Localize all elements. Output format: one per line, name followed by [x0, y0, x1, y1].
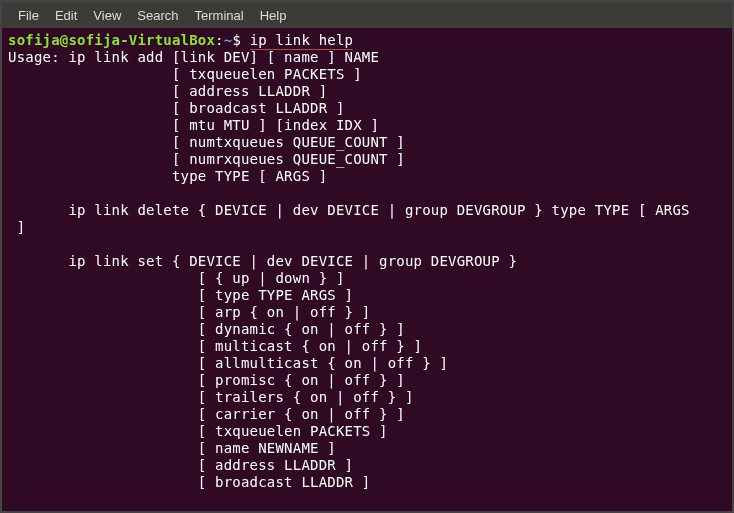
output-line: [ mtu MTU ] [index IDX ]	[8, 117, 379, 133]
output-line: [ numrxqueues QUEUE_COUNT ]	[8, 151, 405, 167]
output-line: [ trailers { on | off } ]	[8, 389, 414, 405]
prompt-dollar: $	[232, 32, 241, 48]
terminal-viewport[interactable]: sofija@sofija-VirtualBox:~$ ip link help…	[2, 28, 732, 511]
output-line: [ arp { on | off } ]	[8, 304, 370, 320]
menubar: File Edit View Search Terminal Help	[2, 2, 732, 28]
prompt-colon: :	[215, 32, 224, 48]
output-line: ip link set { DEVICE | dev DEVICE | grou…	[8, 253, 517, 269]
menu-search[interactable]: Search	[129, 8, 186, 23]
output-line: [ dynamic { on | off } ]	[8, 321, 405, 337]
output-line: [ allmulticast { on | off } ]	[8, 355, 448, 371]
menu-help[interactable]: Help	[252, 8, 295, 23]
prompt-userhost: sofija@sofija-VirtualBox	[8, 32, 215, 48]
output-line: [ name NEWNAME ]	[8, 440, 336, 456]
output-line: [ carrier { on | off } ]	[8, 406, 405, 422]
output-line: ]	[8, 219, 25, 235]
menu-terminal[interactable]: Terminal	[187, 8, 252, 23]
output-line: [ broadcast LLADDR ]	[8, 474, 370, 490]
output-line: [ broadcast LLADDR ]	[8, 100, 345, 116]
menu-view[interactable]: View	[85, 8, 129, 23]
menu-file[interactable]: File	[10, 8, 47, 23]
command-text: ip link help	[250, 32, 354, 50]
output-line: [ address LLADDR ]	[8, 457, 353, 473]
output-line: [ multicast { on | off } ]	[8, 338, 422, 354]
output-line: type TYPE [ ARGS ]	[8, 168, 327, 184]
output-line: [ type TYPE ARGS ]	[8, 287, 353, 303]
output-line: [ txqueuelen PACKETS ]	[8, 423, 388, 439]
output-line: Usage: ip link add [link DEV] [ name ] N…	[8, 49, 379, 65]
menu-edit[interactable]: Edit	[47, 8, 85, 23]
output-line: [ { up | down } ]	[8, 270, 345, 286]
output-line: [ promisc { on | off } ]	[8, 372, 405, 388]
output-line: ip link delete { DEVICE | dev DEVICE | g…	[8, 202, 690, 218]
output-line: [ txqueuelen PACKETS ]	[8, 66, 362, 82]
output-line: [ numtxqueues QUEUE_COUNT ]	[8, 134, 405, 150]
output-line: [ address LLADDR ]	[8, 83, 327, 99]
